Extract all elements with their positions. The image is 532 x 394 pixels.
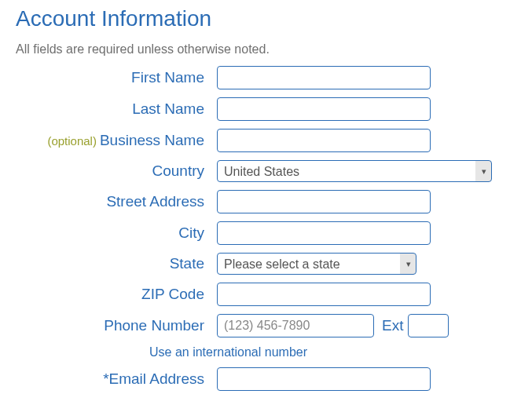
label-email: *Email Address xyxy=(16,370,217,388)
label-city: City xyxy=(16,224,217,242)
last-name-input[interactable] xyxy=(217,97,431,121)
state-select[interactable]: Please select a state xyxy=(217,253,416,275)
label-state: State xyxy=(16,255,217,272)
first-name-input[interactable] xyxy=(217,66,431,89)
country-select[interactable]: United States xyxy=(217,160,492,182)
label-street: Street Address xyxy=(16,193,217,210)
row-state: State Please select a state xyxy=(16,253,516,275)
label-zip: ZIP Code xyxy=(16,286,217,303)
label-country: Country xyxy=(16,162,217,180)
intl-number-link[interactable]: Use an international number xyxy=(149,345,307,359)
label-business-text: Business Name xyxy=(100,132,204,148)
street-input[interactable] xyxy=(217,190,431,213)
row-street: Street Address xyxy=(16,190,516,213)
row-last-name: Last Name xyxy=(16,97,516,121)
email-input[interactable] xyxy=(217,367,431,391)
row-email: *Email Address xyxy=(16,367,516,391)
row-phone: Phone Number Ext xyxy=(16,314,516,337)
label-first-name: First Name xyxy=(16,69,217,86)
label-ext: Ext xyxy=(382,317,403,334)
row-business-name: (optional)Business Name xyxy=(16,129,516,152)
row-first-name: First Name xyxy=(16,66,516,89)
business-name-input[interactable] xyxy=(217,129,431,152)
row-intl-link: Use an international number xyxy=(16,345,516,359)
row-zip: ZIP Code xyxy=(16,283,516,306)
city-input[interactable] xyxy=(217,221,431,245)
row-country: Country United States xyxy=(16,160,516,182)
required-note: All fields are required unless otherwise… xyxy=(16,42,516,57)
row-city: City xyxy=(16,221,516,245)
ext-input[interactable] xyxy=(408,314,449,337)
label-last-name: Last Name xyxy=(16,100,217,118)
zip-input[interactable] xyxy=(217,283,431,306)
label-business-name: (optional)Business Name xyxy=(16,132,217,149)
label-phone: Phone Number xyxy=(16,317,217,334)
page-title: Account Information xyxy=(16,6,516,31)
optional-tag: (optional) xyxy=(47,134,97,148)
phone-input[interactable] xyxy=(217,314,374,337)
